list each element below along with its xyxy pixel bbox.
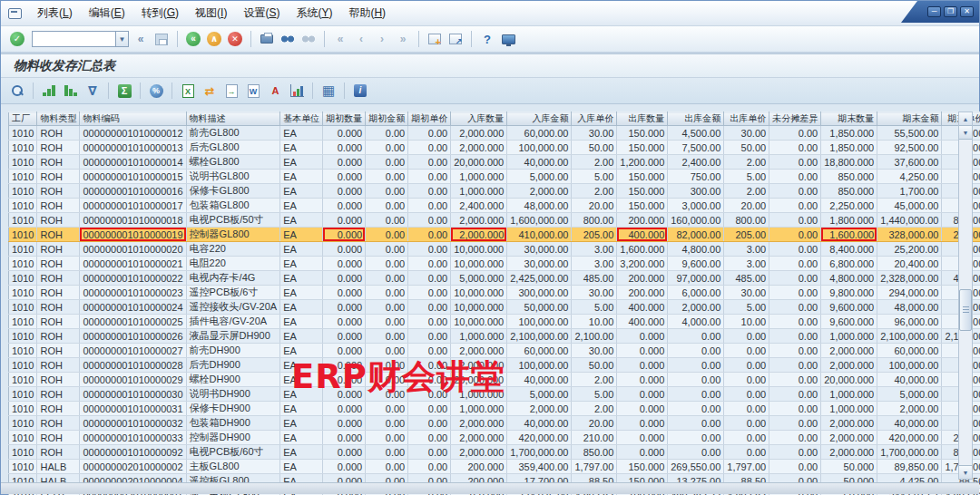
table-cell[interactable]: 50.00 <box>572 358 617 373</box>
column-header[interactable]: 入库单价 <box>572 112 617 126</box>
table-cell[interactable]: 4,800.000 <box>821 271 877 286</box>
table-cell[interactable]: 6,000.00 <box>668 286 724 300</box>
export-local-file-icon[interactable]: → <box>221 81 241 101</box>
table-cell[interactable]: 0.00 <box>408 257 451 271</box>
table-cell[interactable]: 0.000 <box>323 155 366 170</box>
table-cell[interactable]: 0.00 <box>769 257 821 271</box>
table-cell[interactable]: 2,000.000 <box>821 344 877 358</box>
table-cell[interactable]: 1010 <box>9 329 37 344</box>
table-cell[interactable]: 0.00 <box>408 387 451 402</box>
table-cell[interactable]: 2,400.00 <box>668 155 724 170</box>
table-cell[interactable]: 2,000.000 <box>451 344 507 358</box>
table-cell[interactable]: 液晶显示屏DH900 <box>186 329 280 344</box>
table-cell[interactable]: 0.00 <box>366 126 408 141</box>
table-cell[interactable]: 0.00 <box>724 431 769 445</box>
table-cell[interactable]: 000000001010000029 <box>80 373 186 387</box>
table-row[interactable]: 1010ROH000000001010000030说明书DH900EA0.000… <box>9 387 980 402</box>
table-cell[interactable]: 0.00 <box>724 402 769 416</box>
table-cell[interactable]: 000000001010000022 <box>80 271 186 286</box>
table-cell[interactable]: 0.00 <box>668 329 724 344</box>
table-cell[interactable]: 0.00 <box>408 358 451 373</box>
table-cell[interactable]: 前壳GL800 <box>186 126 280 141</box>
table-cell[interactable]: 000000001010000031 <box>80 402 186 416</box>
table-cell[interactable]: ROH <box>37 213 80 228</box>
table-cell[interactable]: 89,850.00 <box>877 460 942 474</box>
table-cell[interactable]: EA <box>280 329 323 344</box>
table-cell[interactable]: 0.000 <box>323 170 366 184</box>
table-cell[interactable]: 48,000.00 <box>507 199 572 213</box>
find-icon[interactable] <box>279 30 297 48</box>
close-button[interactable]: ✕ <box>960 6 974 17</box>
scrollbar-thumb[interactable] <box>959 289 972 331</box>
table-cell[interactable]: 0.000 <box>617 445 668 460</box>
table-cell[interactable]: 0.00 <box>366 170 408 184</box>
collapse-icon[interactable]: « <box>132 30 150 48</box>
table-cell[interactable]: 30.00 <box>724 286 769 300</box>
table-cell[interactable]: EA <box>280 431 323 445</box>
table-cell[interactable]: 20.00 <box>572 199 617 213</box>
table-cell[interactable]: 0.000 <box>323 431 366 445</box>
table-row[interactable]: 1010ROH000000001010000018电视PCB板/50寸EA0.0… <box>9 213 980 228</box>
table-cell[interactable]: 1010 <box>9 373 37 387</box>
table-cell[interactable]: 400.000 <box>617 300 668 315</box>
column-header[interactable]: 期末金额 <box>877 112 942 126</box>
table-cell[interactable]: 205.00 <box>724 228 769 242</box>
abc-analysis-icon[interactable]: A <box>265 81 285 101</box>
exit-icon[interactable]: ∧ <box>205 30 223 48</box>
table-cell[interactable]: 50.00 <box>572 141 617 155</box>
table-cell[interactable]: 1010 <box>9 315 37 329</box>
previous-page-icon[interactable]: ‹ <box>352 30 370 48</box>
table-cell[interactable]: 0.00 <box>366 416 408 431</box>
table-cell[interactable]: 1010 <box>9 445 37 460</box>
table-cell[interactable]: 0.000 <box>323 141 366 155</box>
table-cell[interactable]: 3.00 <box>724 242 769 257</box>
cancel-icon[interactable]: ✕ <box>226 30 244 48</box>
table-cell[interactable]: EA <box>280 242 323 257</box>
scroll-up-icon[interactable]: ▲ <box>959 112 972 126</box>
help-icon[interactable]: ? <box>478 30 496 48</box>
table-cell[interactable]: EA <box>280 199 323 213</box>
table-cell[interactable]: 2,000.00 <box>507 402 572 416</box>
table-cell[interactable]: 37,600.00 <box>877 155 942 170</box>
table-cell[interactable]: 10,000.000 <box>451 257 507 271</box>
table-cell[interactable]: 1,800.000 <box>821 213 877 228</box>
table-cell[interactable]: 48,000.00 <box>877 300 942 315</box>
table-cell[interactable]: ROH <box>37 431 80 445</box>
table-cell[interactable]: 0.00 <box>366 141 408 155</box>
table-cell[interactable]: 电视内存卡/4G <box>186 271 280 286</box>
table-cell[interactable]: 000000001010000032 <box>80 416 186 431</box>
menu-edit[interactable]: 编辑(E) <box>81 3 133 24</box>
table-cell[interactable]: 30.00 <box>572 286 617 300</box>
table-cell[interactable]: 包装箱GL800 <box>186 199 280 213</box>
table-cell[interactable]: 包装箱DH900 <box>186 416 280 431</box>
table-cell[interactable]: 0.00 <box>366 257 408 271</box>
table-cell[interactable]: 控制器GL800 <box>186 228 280 242</box>
subtotal-icon[interactable]: % <box>146 81 166 101</box>
table-cell[interactable]: 000000001010000030 <box>80 387 186 402</box>
table-cell[interactable]: 0.00 <box>408 228 451 242</box>
table-cell[interactable]: EA <box>280 184 323 199</box>
table-cell[interactable]: 0.00 <box>408 184 451 199</box>
table-cell[interactable]: 0.00 <box>724 445 769 460</box>
table-cell[interactable]: 50.000 <box>821 460 877 474</box>
table-cell[interactable]: 说明书DH900 <box>186 387 280 402</box>
table-cell[interactable]: 0.00 <box>366 344 408 358</box>
table-row[interactable]: 1010ROH000000001010000033控制器DH900EA0.000… <box>9 431 980 445</box>
table-cell[interactable]: ROH <box>37 315 80 329</box>
table-cell[interactable]: 800.00 <box>724 213 769 228</box>
table-cell[interactable]: 主板GL800 <box>186 460 280 474</box>
table-cell[interactable]: 0.000 <box>323 329 366 344</box>
table-cell[interactable]: ROH <box>37 387 80 402</box>
table-cell[interactable]: 200.000 <box>451 460 507 474</box>
table-cell[interactable]: 8,400.000 <box>821 242 877 257</box>
table-cell[interactable]: 0.00 <box>769 286 821 300</box>
table-cell[interactable]: 保修卡DH900 <box>186 402 280 416</box>
table-cell[interactable]: 1010 <box>9 213 37 228</box>
table-cell[interactable]: 0.00 <box>769 460 821 474</box>
table-cell[interactable]: 1,850.000 <box>821 126 877 141</box>
table-cell[interactable]: EA <box>280 300 323 315</box>
table-cell[interactable]: 5,000.00 <box>507 170 572 184</box>
table-cell[interactable]: 3,000.00 <box>668 199 724 213</box>
table-cell[interactable]: 0.00 <box>769 344 821 358</box>
table-cell[interactable]: 0.000 <box>617 431 668 445</box>
